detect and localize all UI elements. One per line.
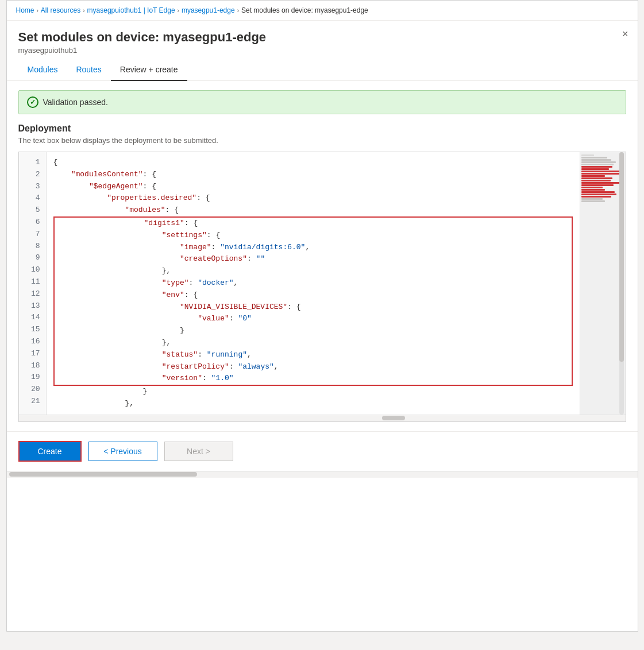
ln-8: 8 [19,241,46,253]
code-line-6: "digits1": { [55,218,572,230]
breadcrumb-sep-3: › [178,7,179,14]
main-window: Home › All resources › myasegpuiothub1 |… [6,0,638,632]
ln-1: 1 [19,157,46,169]
breadcrumb-current: Set modules on device: myasegpu1-edge [241,6,368,14]
page-header: Set modules on device: myasegpu1-edge my… [7,21,638,55]
validation-banner: Validation passed. [18,90,626,114]
code-line-21: }, [53,398,575,410]
ln-19: 19 [19,372,46,384]
page-subtitle: myasegpuiothub1 [18,46,626,55]
highlight-box: "digits1": { "settings": { "image": "nvi… [53,216,573,386]
deployment-description: The text box below displays the deployme… [18,136,626,145]
line-numbers: 1 2 3 4 5 6 7 8 9 10 11 12 13 14 15 16 1 [19,152,47,415]
close-button[interactable]: × [622,29,628,39]
code-line-9: "createOptions": "" [55,253,572,265]
code-editor[interactable]: 1 2 3 4 5 6 7 8 9 10 11 12 13 14 15 16 1 [18,152,626,422]
ln-4: 4 [19,192,46,204]
previous-button[interactable]: < Previous [88,442,157,461]
code-line-13: "NVIDIA_VISIBLE_DEVICES": { [55,301,572,314]
deployment-section: Deployment The text box below displays t… [7,123,638,431]
ln-16: 16 [19,336,46,348]
validation-message: Validation passed. [43,98,108,107]
code-line-17: "status": "running", [55,349,572,361]
code-line-10: }, [55,265,572,277]
next-button: Next > [164,442,233,461]
ln-15: 15 [19,324,46,336]
tab-modules[interactable]: Modules [18,59,67,81]
breadcrumb-device[interactable]: myasegpu1-edge [182,6,235,14]
breadcrumb-sep-1: › [37,7,38,14]
code-line-5: "modules": { [53,204,575,216]
code-line-11: "type": "docker", [55,277,572,289]
ln-10: 10 [19,264,46,276]
tab-routes[interactable]: Routes [67,59,110,81]
editor-bottom-scrollbar-thumb[interactable] [382,416,405,420]
page-scrollbar-thumb[interactable] [9,472,197,477]
page-title: Set modules on device: myasegpu1-edge [18,30,626,45]
ln-2: 2 [19,169,46,181]
code-line-12: "env": { [55,289,572,301]
validation-check-icon [27,96,38,108]
deployment-title: Deployment [18,123,626,134]
breadcrumb: Home › All resources › myasegpuiothub1 |… [7,1,638,21]
ln-6: 6 [19,216,46,229]
ln-7: 7 [19,229,46,241]
ln-3: 3 [19,181,46,193]
ln-9: 9 [19,252,46,264]
code-line-3: "$edgeAgent": { [53,181,575,193]
code-line-20: } [53,386,575,398]
code-content[interactable]: { "modulesContent": { "$edgeAgent": { "p… [47,152,580,415]
ln-17: 17 [19,348,46,360]
editor-scrollbar-thumb[interactable] [619,152,624,362]
code-line-18: "restartPolicy": "always", [55,361,572,373]
ln-20: 20 [19,384,46,396]
breadcrumb-sep-2: › [83,7,84,14]
code-line-16: }, [55,337,572,349]
page-scrollbar[interactable] [7,471,638,478]
ln-14: 14 [19,312,46,324]
code-line-1: { [53,157,575,169]
code-line-4: "properties.desired": { [53,192,575,204]
breadcrumb-home[interactable]: Home [16,6,34,14]
ln-18: 18 [19,360,46,372]
ln-5: 5 [19,204,46,216]
ln-11: 11 [19,276,46,288]
code-line-2: "modulesContent": { [53,169,575,181]
editor-scrollbar-track[interactable] [619,152,624,415]
create-button[interactable]: Create [18,441,82,462]
tab-review-create[interactable]: Review + create [111,59,187,81]
code-line-7: "settings": { [55,230,572,242]
code-line-19: "version": "1.0" [55,373,572,385]
code-line-15: } [55,325,572,337]
tab-bar: Modules Routes Review + create [7,59,638,81]
footer-actions: Create < Previous Next > [7,431,638,471]
breadcrumb-sep-4: › [237,7,239,14]
code-line-8: "image": "nvidia/digits:6.0", [55,242,572,254]
ln-21: 21 [19,396,46,408]
editor-bottom-scrollbar[interactable] [19,415,626,421]
minimap [580,152,626,415]
code-line-14: "value": "0" [55,313,572,325]
ln-12: 12 [19,288,46,300]
breadcrumb-all-resources[interactable]: All resources [41,6,80,14]
breadcrumb-iot-edge[interactable]: myasegpuiothub1 | IoT Edge [87,6,175,14]
ln-13: 13 [19,300,46,312]
